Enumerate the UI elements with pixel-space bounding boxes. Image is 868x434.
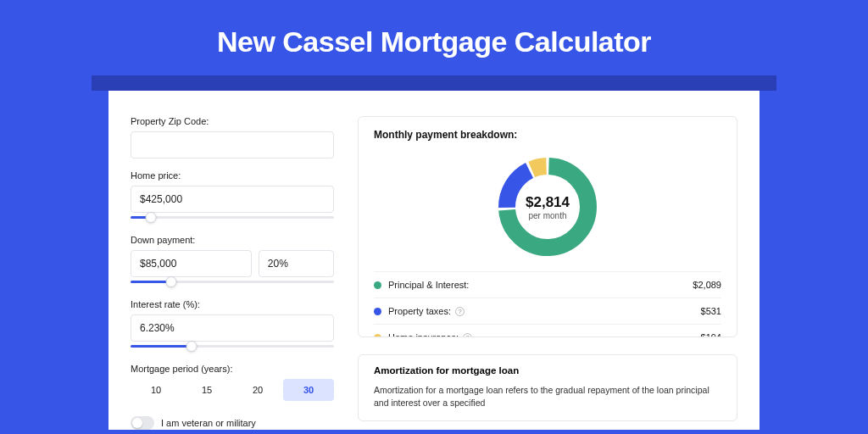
period-button-30[interactable]: 30	[283, 379, 334, 401]
legend-dot	[374, 308, 381, 315]
legend-value: $531	[701, 306, 721, 316]
legend-row: Property taxes:?$531	[374, 298, 721, 324]
down-payment-input[interactable]	[131, 250, 252, 277]
breakdown-card: Monthly payment breakdown: $2,814 per mo…	[358, 116, 737, 337]
amortization-text: Amortization for a mortgage loan refers …	[374, 384, 721, 411]
amortization-card: Amortization for mortgage loan Amortizat…	[358, 354, 737, 422]
donut-center: $2,814 per month	[495, 154, 600, 259]
legend-row: Principal & Interest:$2,089	[374, 271, 721, 298]
interest-group: Interest rate (%):	[131, 299, 334, 352]
info-icon[interactable]: ?	[455, 307, 465, 316]
period-button-20[interactable]: 20	[232, 379, 283, 401]
info-icon[interactable]: ?	[463, 333, 472, 337]
legend-value: $2,089	[693, 280, 721, 290]
calculator-card: Property Zip Code: Home price: Down paym…	[108, 91, 760, 430]
legend-label: Property taxes:?	[388, 306, 701, 316]
veteran-row: I am veteran or military	[131, 416, 334, 430]
donut-chart: $2,814 per month	[495, 154, 600, 259]
interest-slider[interactable]	[131, 340, 334, 352]
down-payment-group: Down payment:	[131, 235, 334, 287]
legend-row: Home insurance:?$194	[374, 324, 721, 337]
accent-band	[92, 75, 776, 91]
page-title: New Cassel Mortgage Calculator	[0, 25, 868, 58]
period-label: Mortgage period (years):	[131, 364, 334, 374]
input-panel: Property Zip Code: Home price: Down paym…	[131, 116, 334, 421]
donut-amount: $2,814	[526, 194, 570, 211]
results-panel: Monthly payment breakdown: $2,814 per mo…	[358, 116, 737, 421]
period-group: Mortgage period (years): 10152030	[131, 364, 334, 401]
zip-field-group: Property Zip Code:	[131, 116, 334, 159]
donut-sub: per month	[528, 211, 566, 220]
period-button-10[interactable]: 10	[131, 379, 181, 401]
zip-input[interactable]	[131, 131, 334, 159]
zip-label: Property Zip Code:	[131, 116, 334, 126]
legend-dot	[374, 281, 381, 289]
interest-input[interactable]	[131, 314, 334, 342]
legend-value: $194	[701, 332, 721, 337]
down-payment-slider[interactable]	[131, 275, 334, 287]
home-price-label: Home price:	[131, 170, 334, 181]
home-price-group: Home price:	[131, 170, 334, 223]
legend-label: Home insurance:?	[388, 332, 701, 337]
veteran-toggle[interactable]	[131, 416, 154, 430]
hero: New Cassel Mortgage Calculator	[0, 0, 868, 75]
legend-label: Principal & Interest:	[388, 280, 693, 290]
legend: Principal & Interest:$2,089Property taxe…	[374, 271, 721, 337]
home-price-input[interactable]	[131, 186, 334, 213]
period-button-15[interactable]: 15	[181, 379, 232, 401]
down-payment-pct-input[interactable]	[259, 250, 334, 277]
legend-dot	[374, 334, 381, 337]
veteran-label: I am veteran or military	[161, 418, 256, 428]
period-buttons: 10152030	[131, 379, 334, 401]
down-payment-label: Down payment:	[131, 235, 334, 245]
amortization-title: Amortization for mortgage loan	[374, 365, 721, 376]
home-price-slider[interactable]	[131, 211, 334, 223]
interest-label: Interest rate (%):	[131, 299, 334, 309]
breakdown-title: Monthly payment breakdown:	[374, 129, 721, 141]
donut-wrap: $2,814 per month	[374, 149, 721, 271]
